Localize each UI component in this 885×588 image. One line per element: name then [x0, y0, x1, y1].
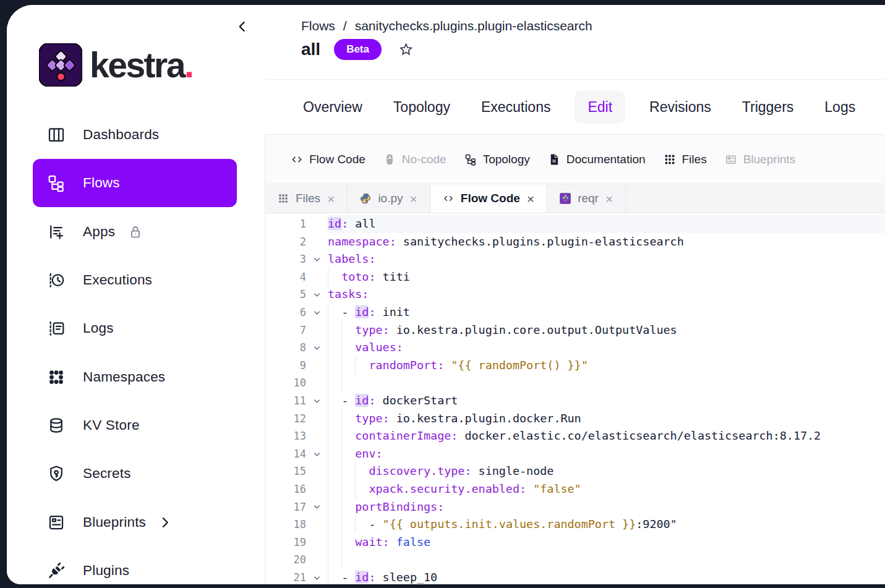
code-line: 11- id: dockerStart [265, 392, 885, 410]
indent-guide [341, 462, 355, 480]
close-icon[interactable]: × [410, 192, 417, 205]
sidebar-item-label: Secrets [83, 466, 131, 482]
code-line-content: id: all [328, 215, 885, 233]
sidebar-item-namespaces[interactable]: Namespaces [33, 353, 237, 401]
toolbar-item-no-code[interactable]: No-code [383, 153, 447, 166]
indent-guide [355, 357, 369, 375]
code-line-content [328, 374, 885, 392]
code-line-content: - id: dockerStart [328, 392, 885, 410]
beta-badge: Beta [334, 39, 382, 60]
tab-overview[interactable]: Overview [303, 99, 362, 116]
blueprints-icon [47, 513, 66, 532]
code-line-content: values: [328, 339, 885, 357]
code-editor[interactable]: 1id: all2namespace: sanitychecks.plugins… [265, 213, 885, 584]
sidebar-item-dashboards[interactable]: Dashboards [33, 111, 237, 159]
line-number: 1 [265, 215, 306, 233]
indent-guide [355, 480, 369, 498]
editor-tab-files[interactable]: Files× [265, 184, 348, 213]
tab-revisions[interactable]: Revisions [649, 99, 711, 116]
sidebar-item-flows[interactable]: Flows [33, 159, 237, 207]
toolbar-item-flow-code[interactable]: Flow Code [291, 153, 366, 166]
brand-wordmark: kestra. [90, 45, 192, 85]
indent-guide [341, 322, 355, 339]
fold-chevron-icon[interactable] [306, 445, 328, 463]
breadcrumb: Flows / sanitychecks.plugins.plugin-elas… [301, 19, 592, 33]
tab-triggers[interactable]: Triggers [742, 99, 794, 116]
breadcrumb-root[interactable]: Flows [301, 19, 335, 33]
sidebar-item-executions[interactable]: Executions [33, 256, 237, 304]
fold-chevron-icon[interactable] [306, 498, 328, 516]
fold-chevron-icon[interactable] [306, 339, 328, 357]
sidebar-item-blueprints[interactable]: Blueprints [33, 498, 237, 547]
code-line: 17portBindings: [265, 498, 885, 516]
blueprint-card-icon [725, 153, 737, 166]
fold-chevron-icon[interactable] [306, 392, 328, 410]
fold-spacer [306, 215, 328, 233]
close-icon[interactable]: × [605, 192, 613, 205]
code-line: 5tasks: [265, 286, 885, 304]
code-line-content: wait: false [328, 534, 885, 552]
tab-edit[interactable]: Edit [575, 91, 625, 124]
page-title: all [301, 40, 320, 59]
editor-tab-reqr[interactable]: reqr× [547, 184, 626, 213]
fold-chevron-icon[interactable] [306, 250, 328, 268]
indent-guide [328, 374, 341, 392]
sidebar-item-plugins[interactable]: Plugins [33, 547, 237, 584]
code-line-content: toto: titi [328, 268, 885, 286]
indent-guide [341, 357, 355, 375]
code-line-content: labels: [328, 250, 885, 268]
code-line-content: - id: init [328, 304, 885, 322]
kestra-logo-icon [39, 43, 82, 87]
indent-guide [355, 516, 369, 534]
fold-chevron-icon[interactable] [306, 569, 328, 584]
view-toolbar: Flow CodeNo-codeTopologyDocumentationFil… [265, 135, 885, 184]
fold-spacer [306, 534, 328, 552]
namespaces-icon [47, 368, 66, 386]
close-icon[interactable]: × [527, 192, 534, 205]
indent-guide [328, 392, 341, 410]
document-icon [548, 153, 560, 166]
toolbar-item-files[interactable]: Files [664, 153, 707, 166]
sidebar-item-logs[interactable]: Logs [33, 304, 237, 352]
line-number: 19 [265, 534, 306, 552]
fold-spacer [306, 462, 328, 480]
sidebar-item-label: Plugins [83, 563, 129, 579]
kestra-logo[interactable]: kestra. [39, 43, 192, 87]
code-line-content: env: [328, 445, 885, 463]
code-line: 12type: io.kestra.plugin.docker.Run [265, 410, 885, 428]
editor-tab-io-py[interactable]: io.py× [348, 184, 430, 213]
sidebar-item-secrets[interactable]: Secrets [33, 450, 237, 498]
sidebar-item-label: Blueprints [83, 514, 146, 530]
line-number: 16 [265, 480, 306, 498]
sidebar-item-kv-store[interactable]: KV Store [33, 401, 237, 450]
editor-tab-flow-code[interactable]: Flow Code× [430, 184, 547, 213]
dashboards-icon [47, 126, 66, 144]
code-line: 4toto: titi [265, 268, 885, 286]
toolbar-item-label: Files [682, 153, 707, 166]
close-icon[interactable]: × [327, 192, 335, 205]
code-line: 21- id: sleep_10 [265, 569, 885, 584]
tab-logs[interactable]: Logs [824, 99, 855, 116]
fold-chevron-icon[interactable] [306, 304, 328, 322]
sidebar-item-label: Flows [83, 175, 120, 191]
toolbar-item-blueprints[interactable]: Blueprints [725, 153, 796, 166]
line-number: 17 [265, 498, 306, 516]
tab-topology[interactable]: Topology [393, 99, 450, 116]
code-line-content: portBindings: [328, 498, 885, 516]
indent-guide [328, 462, 341, 480]
toolbar-item-documentation[interactable]: Documentation [548, 153, 646, 166]
sidebar-item-label: Executions [83, 272, 152, 288]
fold-spacer [306, 233, 328, 251]
sidebar-item-apps[interactable]: Apps [33, 208, 237, 256]
toolbar-item-label: Topology [483, 153, 530, 166]
indent-guide [328, 534, 341, 552]
indent-guide [341, 534, 355, 552]
sidebar-item-label: Apps [83, 224, 115, 240]
fold-chevron-icon[interactable] [306, 286, 328, 304]
star-icon[interactable] [398, 42, 414, 58]
editor-tab-strip: Files×io.py×Flow Code×reqr× [265, 184, 885, 213]
tab-executions[interactable]: Executions [481, 99, 551, 116]
toolbar-item-topology[interactable]: Topology [464, 153, 530, 166]
collapse-sidebar-icon[interactable] [234, 19, 250, 35]
code-line-content: randomPort: "{{ randomPort() }}" [328, 357, 885, 375]
